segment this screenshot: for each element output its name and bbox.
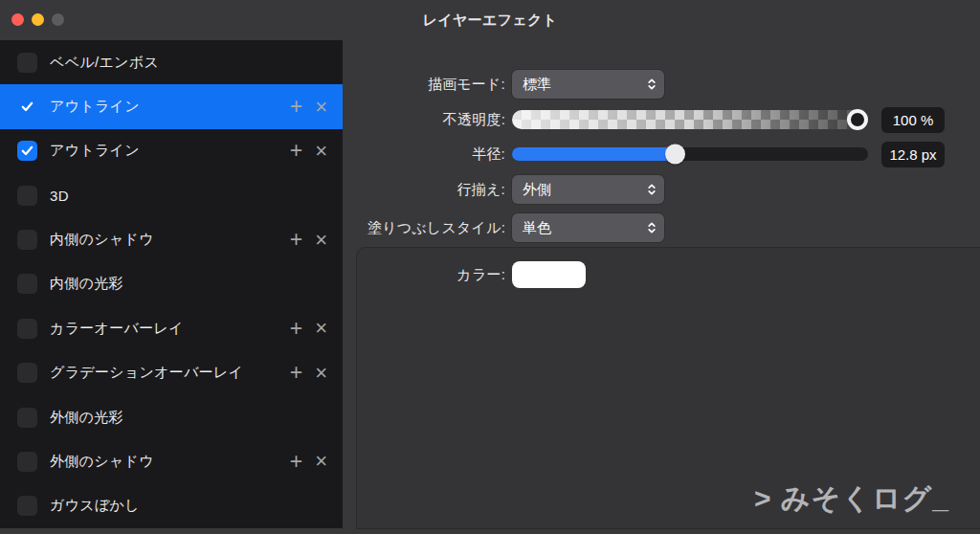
window-title: レイヤーエフェクト [0, 0, 980, 40]
effect-label: ガウスぼかし [50, 497, 140, 515]
effect-enabled-checkbox[interactable] [17, 53, 37, 73]
effect-actions: +× [290, 362, 327, 384]
effect-enabled-checkbox[interactable] [17, 186, 37, 206]
effect-label: カラーオーバーレイ [50, 320, 184, 338]
effect-list-item[interactable]: グラデーションオーバーレイ+× [0, 351, 343, 395]
effect-list-item[interactable]: ガウスぼかし [0, 484, 343, 528]
effect-enabled-checkbox[interactable] [17, 452, 37, 472]
effect-enabled-checkbox[interactable] [17, 319, 37, 339]
effect-list-item[interactable]: 外側の光彩 [0, 395, 343, 439]
effect-enabled-checkbox[interactable] [17, 97, 37, 117]
titlebar: レイヤーエフェクト [0, 0, 980, 40]
radius-slider-fill [512, 147, 674, 161]
add-effect-icon[interactable]: + [290, 229, 302, 251]
alignment-label: 行揃え: [343, 181, 505, 199]
effect-label: アウトライン [50, 142, 140, 160]
opacity-slider[interactable] [512, 110, 868, 129]
effect-list-item[interactable]: 内側のシャドウ+× [0, 217, 343, 261]
effect-label: 内側のシャドウ [50, 231, 154, 249]
checkmark-icon [21, 145, 33, 156]
watermark: > みそくログ_ [754, 479, 949, 519]
blend-mode-label: 描画モード: [343, 76, 505, 94]
effect-actions: +× [290, 96, 327, 118]
effect-list-item[interactable]: アウトライン+× [0, 84, 343, 128]
add-effect-icon[interactable]: + [290, 362, 302, 384]
effect-enabled-checkbox[interactable] [17, 408, 37, 428]
effect-enabled-checkbox[interactable] [17, 363, 37, 383]
effect-enabled-checkbox[interactable] [17, 496, 37, 516]
effect-actions: +× [290, 140, 327, 162]
color-swatch[interactable] [512, 261, 586, 288]
effect-enabled-checkbox[interactable] [17, 274, 37, 294]
radius-slider-knob[interactable] [665, 145, 685, 165]
effect-label: 外側の光彩 [50, 409, 123, 427]
effect-list-item[interactable]: 外側のシャドウ+× [0, 439, 343, 483]
remove-effect-icon[interactable]: × [315, 451, 327, 472]
alignment-row: 行揃え: 外側 [343, 175, 980, 204]
effect-list-item[interactable]: 内側の光彩 [0, 262, 343, 306]
remove-effect-icon[interactable]: × [315, 363, 327, 384]
radius-row: 半径: 12.8 px [343, 140, 980, 168]
effect-enabled-checkbox[interactable] [17, 230, 37, 250]
remove-effect-icon[interactable]: × [315, 318, 327, 339]
effect-enabled-checkbox[interactable] [17, 141, 37, 161]
dropdown-chevrons-icon [647, 77, 657, 92]
blend-mode-row: 描画モード: 標準 [343, 70, 980, 99]
remove-effect-icon[interactable]: × [315, 97, 327, 118]
remove-effect-icon[interactable]: × [315, 141, 327, 162]
effect-label: アウトライン [50, 98, 140, 116]
dropdown-chevrons-icon [647, 182, 657, 197]
effects-list: ベベル/エンボスアウトライン+×アウトライン+×3D内側のシャドウ+×内側の光彩… [0, 40, 343, 528]
effect-list-item[interactable]: 3D [0, 173, 343, 217]
radius-slider[interactable] [512, 147, 868, 161]
blend-mode-select[interactable]: 標準 [512, 70, 664, 99]
effect-actions: +× [290, 229, 327, 251]
layer-effects-dialog: レイヤーエフェクト ベベル/エンボスアウトライン+×アウトライン+×3D内側のシ… [0, 0, 980, 534]
color-row: カラー: [343, 260, 980, 289]
alignment-select[interactable]: 外側 [512, 175, 664, 204]
alignment-value: 外側 [523, 181, 551, 199]
effect-label: 3D [50, 188, 69, 204]
effect-label: ベベル/エンボス [50, 54, 159, 72]
add-effect-icon[interactable]: + [290, 140, 302, 162]
effect-actions: +× [290, 318, 327, 340]
checkmark-icon [21, 101, 33, 112]
effect-list-item[interactable]: アウトライン+× [0, 129, 343, 173]
add-effect-icon[interactable]: + [290, 451, 302, 473]
color-label: カラー: [343, 266, 505, 284]
opacity-slider-knob[interactable] [847, 109, 868, 130]
effect-list-item[interactable]: ベベル/エンボス [0, 40, 343, 84]
effect-actions: +× [290, 451, 327, 473]
radius-label: 半径: [343, 145, 505, 164]
blend-mode-value: 標準 [523, 76, 551, 94]
add-effect-icon[interactable]: + [290, 318, 302, 340]
add-effect-icon[interactable]: + [290, 96, 302, 118]
opacity-label: 不透明度: [343, 111, 505, 129]
fill-style-value: 単色 [523, 219, 551, 237]
opacity-value[interactable]: 100 % [881, 107, 945, 133]
fill-style-select[interactable]: 単色 [512, 213, 664, 242]
fill-style-row: 塗りつぶしスタイル: 単色 [343, 213, 980, 242]
effect-label: 内側の光彩 [50, 275, 123, 293]
remove-effect-icon[interactable]: × [315, 230, 327, 251]
effect-list-item[interactable]: カラーオーバーレイ+× [0, 306, 343, 350]
effect-label: 外側のシャドウ [50, 453, 154, 471]
dropdown-chevrons-icon [647, 220, 657, 235]
fill-style-label: 塗りつぶしスタイル: [343, 219, 505, 237]
effect-label: グラデーションオーバーレイ [50, 364, 243, 382]
opacity-row: 不透明度: 100 % [343, 105, 980, 134]
radius-value[interactable]: 12.8 px [881, 142, 945, 167]
